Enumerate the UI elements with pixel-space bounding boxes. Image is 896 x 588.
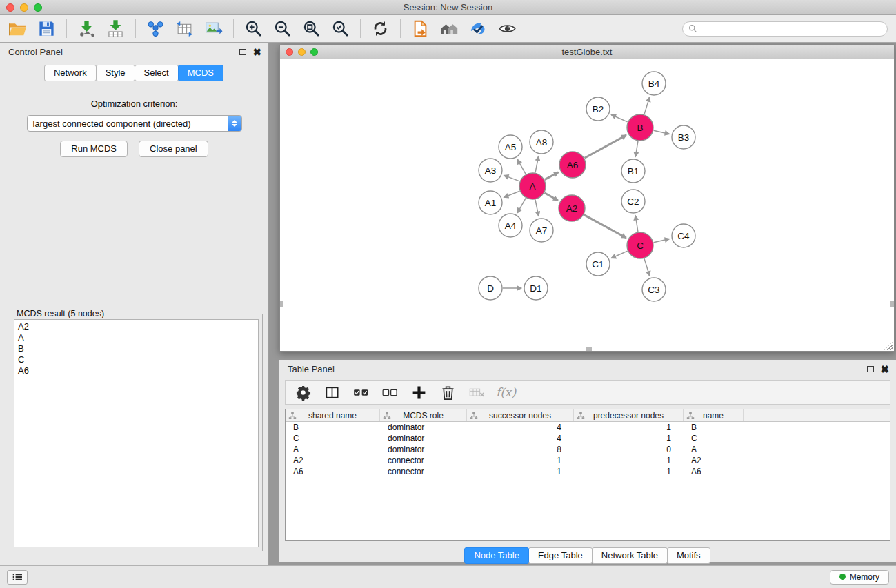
node-C3[interactable]: C3 [642,278,666,301]
node-A3[interactable]: A3 [479,159,502,182]
node-A5[interactable]: A5 [499,135,522,159]
node-A8[interactable]: A8 [530,130,553,154]
mcds-result-item[interactable]: A2 [18,321,255,332]
tab-style[interactable]: Style [96,65,135,81]
tab-select[interactable]: Select [135,65,179,81]
add-icon[interactable] [411,385,427,401]
optimization-criterion-dropdown[interactable]: largest connected component (directed) [27,115,242,132]
node-A6[interactable]: A6 [559,152,586,178]
fx-icon[interactable]: f(x) [498,385,514,401]
node-A[interactable]: A [519,173,546,199]
edge-A6-B[interactable] [585,135,626,158]
edge-A-A3[interactable] [504,175,520,181]
tab-mcds[interactable]: MCDS [178,65,223,81]
mcds-result-item[interactable]: B [18,343,255,354]
node-D[interactable]: D [479,276,502,300]
edge-C-C3[interactable] [644,258,650,276]
columns-icon[interactable] [324,385,340,401]
zoom-selected-icon[interactable] [331,19,350,38]
edge-B-B4[interactable] [644,97,650,114]
float-panel-icon[interactable] [239,49,246,55]
edge-A-A5[interactable] [517,159,526,174]
export-image-icon[interactable] [204,19,223,38]
scroll-stub-right[interactable] [890,301,894,307]
table-tab-motifs[interactable]: Motifs [667,547,710,564]
mcds-result-list[interactable]: A2ABCA6 [14,319,259,547]
node-A4[interactable]: A4 [499,214,522,237]
select-all-icon[interactable] [353,385,369,401]
open-document-icon[interactable] [411,19,430,38]
home-overview-icon[interactable] [440,19,459,38]
gear-icon[interactable] [295,385,311,401]
node-C[interactable]: C [627,232,653,258]
column-header-name[interactable]: name [684,409,744,421]
close-panel-icon[interactable]: ✖ [252,49,261,56]
mcds-result-item[interactable]: C [18,354,255,365]
edge-A-A7[interactable] [535,200,539,216]
node-B4[interactable]: B4 [642,72,666,95]
close-panel-button[interactable]: Close panel [139,141,208,157]
dropdown-stepper-icon[interactable] [228,116,241,131]
column-header-shared-name[interactable]: shared name [286,409,380,421]
search-box[interactable] [682,21,888,37]
node-B1[interactable]: B1 [621,159,645,183]
memory-button[interactable]: Memory [830,570,889,585]
edge-A-A8[interactable] [535,156,539,173]
float-table-panel-icon[interactable] [867,366,874,372]
node-C4[interactable]: C4 [672,224,695,247]
column-header-predecessor-nodes[interactable]: predecessor nodes [574,409,684,421]
network-table-icon[interactable] [175,19,194,38]
new-network-icon[interactable] [146,19,165,38]
table-tab-network-table[interactable]: Network Table [592,547,668,564]
node-C2[interactable]: C2 [621,190,645,213]
edge-A-A4[interactable] [517,198,526,212]
node-A1[interactable]: A1 [479,191,502,214]
scroll-stub-bottom[interactable] [586,347,592,351]
node-D1[interactable]: D1 [524,276,548,300]
edge-B-B1[interactable] [635,141,638,157]
zoom-fit-icon[interactable] [302,19,321,38]
node-B3[interactable]: B3 [672,125,695,149]
column-header-MCDS-role[interactable]: MCDS role [380,409,467,421]
import-table-icon[interactable] [106,19,125,38]
table-row[interactable]: Bdominator41B [286,422,890,433]
scroll-stub-left[interactable] [280,301,283,307]
zoom-in-icon[interactable] [244,19,263,38]
node-C1[interactable]: C1 [586,252,610,276]
close-table-panel-icon[interactable]: ✖ [880,366,889,373]
column-header-successor-nodes[interactable]: successor nodes [467,409,574,421]
save-icon[interactable] [37,19,56,38]
network-canvas[interactable]: B4B2BB3A5A8A6B1A3AC2A1A2A4A7C4CC1C3DD1 [280,59,894,351]
network-graph[interactable]: B4B2BB3A5A8A6B1A3AC2A1A2A4A7C4CC1C3DD1 [280,59,894,351]
unselect-all-icon[interactable] [382,385,398,401]
mcds-result-item[interactable]: A6 [18,365,255,376]
edge-B-B2[interactable] [611,115,628,122]
run-mcds-button[interactable]: Run MCDS [60,141,128,157]
zoom-out-icon[interactable] [273,19,292,38]
node-B2[interactable]: B2 [586,97,610,121]
table-tab-node-table[interactable]: Node Table [464,547,529,564]
table-row[interactable]: A2connector11A2 [286,455,890,466]
edge-B-B3[interactable] [654,130,670,134]
tab-network[interactable]: Network [44,65,97,81]
apply-check-icon[interactable] [469,19,488,38]
edge-C-C4[interactable] [654,239,670,243]
edge-C-C1[interactable] [611,251,628,258]
node-A7[interactable]: A7 [530,219,553,242]
trash-icon[interactable] [440,385,456,401]
search-input[interactable] [701,24,882,34]
table-row[interactable]: A6connector11A6 [286,466,890,477]
edge-C-C2[interactable] [635,216,638,232]
refresh-icon[interactable] [371,19,390,38]
table-row[interactable]: Cdominator41C [286,433,890,444]
eye-icon[interactable] [498,19,517,38]
table-row[interactable]: Adominator80A [286,444,890,455]
edge-A-A6[interactable] [545,172,559,180]
edge-A2-C[interactable] [584,215,626,238]
import-network-icon[interactable] [77,19,96,38]
edge-A-A1[interactable] [504,191,520,197]
table-tab-edge-table[interactable]: Edge Table [528,547,593,564]
edge-A-A2[interactable] [544,193,558,201]
open-folder-icon[interactable] [8,19,27,38]
node-A2[interactable]: A2 [559,195,585,221]
